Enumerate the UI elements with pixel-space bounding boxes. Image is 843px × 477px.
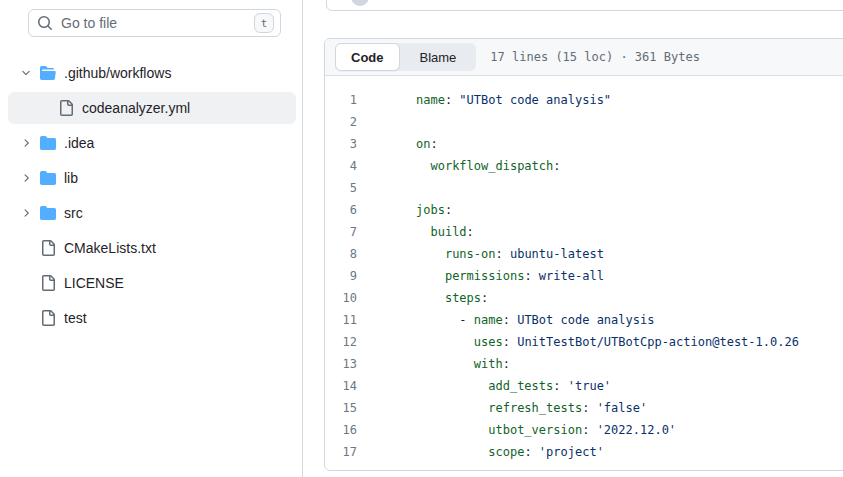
- code-line: 8 runs-on: ubuntu-latest: [325, 243, 843, 265]
- code-line-content: add_tests: 'true': [365, 375, 843, 397]
- folder-open-icon: [40, 65, 56, 81]
- code-line: 1name: "UTBot code analysis": [325, 89, 843, 111]
- line-number[interactable]: 14: [325, 375, 365, 397]
- code-line: 6jobs:: [325, 199, 843, 221]
- line-number[interactable]: 6: [325, 199, 365, 221]
- indent-spacer: [18, 240, 34, 256]
- tree-item-folder[interactable]: .idea: [8, 127, 296, 159]
- line-number[interactable]: 2: [325, 111, 365, 133]
- code-line: 16 utbot_version: '2022.12.0': [325, 419, 843, 441]
- chevron-right-icon[interactable]: [18, 135, 34, 151]
- tree-item-file[interactable]: LICENSE: [8, 267, 296, 299]
- code-line-content: jobs:: [365, 199, 843, 221]
- code-line-content: utbot_version: '2022.12.0': [365, 419, 843, 441]
- tree-item-label: lib: [64, 170, 78, 186]
- code-view: 1name: "UTBot code analysis"23on:4 workf…: [325, 76, 843, 463]
- code-line-content: with:: [365, 353, 843, 375]
- line-number[interactable]: 16: [325, 419, 365, 441]
- file-info-text: 17 lines (15 loc) · 361 Bytes: [490, 50, 700, 64]
- line-number[interactable]: 11: [325, 309, 365, 331]
- line-number[interactable]: 17: [325, 441, 365, 463]
- tab-blame[interactable]: Blame: [400, 43, 477, 71]
- chevron-right-icon[interactable]: [18, 170, 34, 186]
- line-number[interactable]: 9: [325, 265, 365, 287]
- code-line: 11 - name: UTBot code analysis: [325, 309, 843, 331]
- code-line: 10 steps:: [325, 287, 843, 309]
- tree-item-label: CMakeLists.txt: [64, 240, 156, 256]
- tree-item-label: test: [64, 310, 87, 326]
- tree-item-file[interactable]: codeanalyzer.yml: [8, 92, 296, 124]
- tree-item-file[interactable]: test: [8, 302, 296, 334]
- code-line: 5: [325, 177, 843, 199]
- indent-spacer: [36, 100, 52, 116]
- chevron-right-icon[interactable]: [18, 205, 34, 221]
- code-blame-switcher: CodeBlame: [335, 43, 476, 71]
- code-line: 2: [325, 111, 843, 133]
- folder-icon: [40, 170, 56, 186]
- tree-item-file[interactable]: CMakeLists.txt: [8, 232, 296, 264]
- line-number[interactable]: 5: [325, 177, 365, 199]
- code-line: 15 refresh_tests: 'false': [325, 397, 843, 419]
- tree-item-folder[interactable]: src: [8, 197, 296, 229]
- shortcut-key-badge: t: [254, 13, 274, 33]
- line-number[interactable]: 12: [325, 331, 365, 353]
- file-tree-sidebar: t .github/workflowscodeanalyzer.yml.idea…: [0, 0, 303, 477]
- file-icon: [40, 275, 56, 291]
- top-partial-panel: [326, 0, 843, 11]
- code-line-content: steps:: [365, 287, 843, 309]
- code-line-content: - name: UTBot code analysis: [365, 309, 843, 331]
- code-line: 3on:: [325, 133, 843, 155]
- file-icon: [58, 100, 74, 116]
- file-content-panel: CodeBlame 17 lines (15 loc) · 361 Bytes …: [324, 38, 843, 471]
- code-line: 9 permissions: write-all: [325, 265, 843, 287]
- tree-item-label: .github/workflows: [64, 65, 171, 81]
- code-line-content: build:: [365, 221, 843, 243]
- tree-item-label: LICENSE: [64, 275, 124, 291]
- code-line-content: name: "UTBot code analysis": [365, 89, 843, 111]
- go-to-file-search-box[interactable]: t: [28, 9, 281, 37]
- indent-spacer: [18, 275, 34, 291]
- tree-item-folder[interactable]: .github/workflows: [8, 57, 296, 89]
- indent-spacer: [18, 310, 34, 326]
- line-number[interactable]: 4: [325, 155, 365, 177]
- code-line: 4 workflow_dispatch:: [325, 155, 843, 177]
- file-icon: [40, 310, 56, 326]
- line-number[interactable]: 10: [325, 287, 365, 309]
- code-line: 14 add_tests: 'true': [325, 375, 843, 397]
- file-icon: [40, 240, 56, 256]
- code-line: 17 scope: 'project': [325, 441, 843, 463]
- folder-icon: [40, 135, 56, 151]
- code-line: 13 with:: [325, 353, 843, 375]
- line-number[interactable]: 8: [325, 243, 365, 265]
- code-line-content: on:: [365, 133, 843, 155]
- file-content-header: CodeBlame 17 lines (15 loc) · 361 Bytes: [325, 39, 843, 76]
- code-line-content: [365, 177, 843, 199]
- chevron-down-icon[interactable]: [18, 65, 34, 81]
- folder-icon: [40, 205, 56, 221]
- search-icon: [37, 15, 53, 31]
- code-line: 12 uses: UnitTestBot/UTBotCpp-action@tes…: [325, 331, 843, 353]
- code-line-content: [365, 111, 843, 133]
- tree-item-folder[interactable]: lib: [8, 162, 296, 194]
- file-tree: .github/workflowscodeanalyzer.yml.ideali…: [8, 57, 296, 337]
- avatar: [351, 0, 369, 6]
- tree-item-label: codeanalyzer.yml: [82, 100, 190, 116]
- code-line-content: refresh_tests: 'false': [365, 397, 843, 419]
- line-number[interactable]: 7: [325, 221, 365, 243]
- line-number[interactable]: 13: [325, 353, 365, 375]
- code-line-content: workflow_dispatch:: [365, 155, 843, 177]
- go-to-file-input[interactable]: [61, 15, 254, 31]
- tab-code[interactable]: Code: [335, 43, 400, 71]
- code-line: 7 build:: [325, 221, 843, 243]
- line-number[interactable]: 15: [325, 397, 365, 419]
- tree-item-label: .idea: [64, 135, 94, 151]
- tree-item-label: src: [64, 205, 83, 221]
- code-line-content: uses: UnitTestBot/UTBotCpp-action@test-1…: [365, 331, 843, 353]
- code-line-content: runs-on: ubuntu-latest: [365, 243, 843, 265]
- code-line-content: permissions: write-all: [365, 265, 843, 287]
- code-line-content: scope: 'project': [365, 441, 843, 463]
- line-number[interactable]: 1: [325, 89, 365, 111]
- line-number[interactable]: 3: [325, 133, 365, 155]
